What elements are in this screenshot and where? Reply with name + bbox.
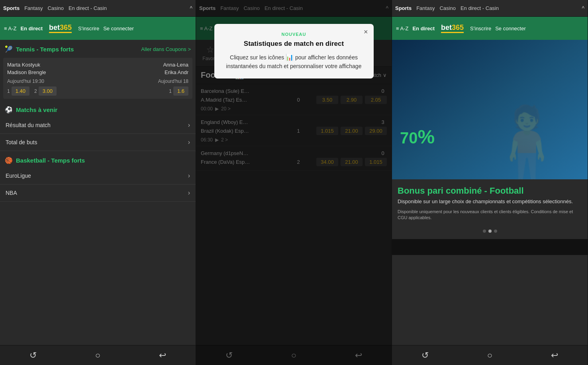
tennis-team3: Anna-Lena [163, 62, 188, 68]
logo-underline-1 [49, 32, 72, 33]
cat-resultat-label: Résultat du match [6, 122, 51, 128]
endirect-btn-1[interactable]: En direct [20, 26, 43, 31]
promo-small: Disponible uniquement pour les nouveaux … [392, 209, 588, 225]
content-1: 🎾 Tennis - Temps forts Aller dans Coupon… [0, 40, 196, 345]
top-nav-casino-3[interactable]: Casino [439, 5, 455, 11]
nav-back-3[interactable]: ↺ [421, 350, 429, 361]
logo-bet-3: bet [441, 24, 452, 31]
panel-3: Sports Fantasy Casino En direct - Casin … [392, 0, 588, 365]
sinscrire-btn-3[interactable]: S'inscrire [470, 26, 491, 31]
cat-nba-label: NBA [6, 190, 17, 196]
bet365-logo-3: bet 365 [441, 24, 464, 33]
promo-percent-symbol: % [418, 126, 435, 147]
promo-title: Bonus pari combiné - Football [392, 181, 588, 198]
top-nav-sports-1[interactable]: Sports [3, 5, 20, 11]
modal-body: Cliquez sur les icônes 📊 pour afficher l… [222, 53, 366, 71]
cat-resultat-arrow: › [188, 122, 190, 129]
logo-num-3: 365 [452, 24, 464, 31]
logo-num-1: 365 [60, 24, 72, 31]
logo-underline-3 [441, 32, 464, 33]
odds-label-2: 2 [34, 88, 37, 94]
top-nav-endirect-3[interactable]: En direct - Casin [461, 5, 499, 11]
odd-btn-2[interactable]: 3.00 [39, 86, 57, 96]
cat-total-buts[interactable]: Total de buts › [0, 134, 196, 151]
sinscrire-btn-1[interactable]: S'inscrire [78, 26, 99, 31]
nav-forward-1[interactable]: ↩ [159, 350, 166, 361]
upcoming-title: Matchs à venir [16, 106, 57, 113]
promo-dot-1[interactable] [483, 230, 486, 233]
basketball-title: Basketball - Temps forts [16, 157, 85, 164]
promo-banner: ⚽ 🧍 70% [392, 40, 588, 179]
cat-euroligue-arrow: › [188, 172, 190, 179]
promo-dot-3[interactable] [494, 230, 497, 233]
top-nav-3: Sports Fantasy Casino En direct - Casin … [392, 0, 588, 17]
nav-forward-3[interactable]: ↩ [551, 350, 558, 361]
tennis-match-row-2: Madison Brengle Erika Andr [7, 69, 188, 76]
nav-back-1[interactable]: ↺ [29, 350, 37, 361]
odd-btn-3[interactable]: 1.6 [173, 86, 188, 96]
upcoming-section-header: ⚽ Matchs à venir [0, 100, 196, 117]
odd-btn-1[interactable]: 1.40 [12, 86, 29, 96]
bet365-logo-1: bet 365 [49, 24, 72, 33]
top-nav-fantasy-3[interactable]: Fantasy [416, 5, 435, 11]
modal-badge: NOUVEAU [222, 32, 366, 37]
cat-nba[interactable]: NBA › [0, 184, 196, 202]
basketball-section-header: 🏀 Basketball - Temps forts [0, 151, 196, 167]
top-nav-fantasy-1[interactable]: Fantasy [24, 5, 43, 11]
panel-2: Sports Fantasy Casino En direct - Casin … [196, 0, 392, 365]
header-bar-3: ≡ A-Z En direct bet 365 S'inscrire Se co… [392, 17, 588, 40]
menu-az-1[interactable]: ≡ A-Z [4, 26, 16, 31]
modal-box: × NOUVEAU Statistiques de match en direc… [214, 24, 374, 78]
top-nav-chevron-1: ^ [190, 5, 192, 12]
odds-label-1: 1 [7, 88, 10, 94]
modal-stats-icon: 📊 [286, 54, 294, 61]
tennis-team4: Erika Andr [165, 69, 188, 75]
top-nav-1: Sports Fantasy Casino En direct - Casin … [0, 0, 196, 17]
tennis-section-header: 🎾 Tennis - Temps forts Aller dans Coupon… [0, 40, 196, 56]
tennis-title: Tennis - Temps forts [16, 46, 74, 53]
promo-text-area: Bonus pari combiné - Football Disponible… [392, 179, 588, 226]
header-bar-1: ≡ A-Z En direct bet 365 S'inscrire Se co… [0, 17, 196, 40]
bottom-nav-3: ↺ ○ ↩ [392, 345, 588, 365]
tennis-team1: Marta Kostyuk [7, 62, 40, 68]
cat-euroligue-label: EuroLigue [6, 173, 31, 179]
cat-total-arrow: › [188, 139, 190, 146]
tennis-team2: Madison Brengle [7, 69, 46, 75]
promo-desc: Disponible sur un large choix de champio… [392, 198, 588, 209]
top-nav-endirect-1[interactable]: En direct - Casin [69, 5, 107, 11]
panel-1: Sports Fantasy Casino En direct - Casin … [0, 0, 196, 365]
connecter-btn-3[interactable]: Se connecter [495, 26, 526, 31]
connecter-btn-1[interactable]: Se connecter [103, 26, 134, 31]
modal-body-before: Cliquez sur les icônes [230, 54, 284, 61]
basketball-icon: 🏀 [5, 157, 13, 164]
top-nav-chevron-3: ^ [582, 5, 584, 12]
tennis-time1: Aujourd'hui 19:30 [7, 78, 44, 84]
content-3: ⚽ 🧍 70% Bonus pari combiné - Football Di… [392, 40, 588, 345]
promo-dots [392, 226, 588, 236]
tennis-icon: 🎾 [5, 45, 13, 53]
top-nav-sports-3[interactable]: Sports [395, 5, 412, 11]
promo-percent: 70% [400, 122, 435, 147]
odds-label-3: 1 [169, 88, 172, 94]
player-silhouette: 🧍 [482, 108, 572, 179]
cat-nba-arrow: › [188, 189, 190, 196]
aller-coupons-link[interactable]: Aller dans Coupons > [141, 46, 191, 52]
promo-bg: ⚽ 🧍 70% [392, 40, 588, 179]
bottom-nav-1: ↺ ○ ↩ [0, 345, 196, 365]
top-nav-casino-1[interactable]: Casino [47, 5, 63, 11]
nav-home-3[interactable]: ○ [487, 350, 492, 361]
promo-percent-value: 70 [400, 129, 418, 147]
promo-dot-2[interactable] [488, 230, 492, 233]
logo-bet-1: bet [49, 24, 60, 31]
modal-title: Statistiques de match en direct [222, 40, 366, 48]
cat-total-label: Total de buts [6, 139, 37, 145]
endirect-btn-3[interactable]: En direct [412, 26, 435, 31]
menu-az-3[interactable]: ≡ A-Z [396, 26, 408, 31]
upcoming-icon: ⚽ [5, 106, 13, 114]
tennis-match-block: Marta Kostyuk Anna-Lena Madison Brengle … [3, 58, 192, 99]
modal-close-button[interactable]: × [364, 28, 368, 36]
nav-home-1[interactable]: ○ [95, 350, 100, 361]
cat-resultat[interactable]: Résultat du match › [0, 117, 196, 134]
tennis-match-row-1: Marta Kostyuk Anna-Lena [7, 61, 188, 69]
cat-euroligue[interactable]: EuroLigue › [0, 167, 196, 184]
